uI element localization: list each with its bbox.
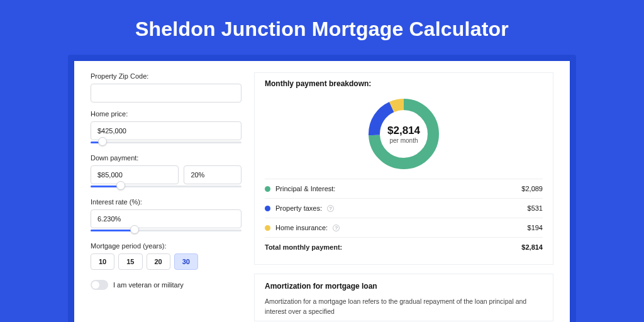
- down-pct-input[interactable]: [184, 165, 242, 184]
- veteran-toggle[interactable]: [91, 280, 108, 290]
- help-icon[interactable]: ?: [333, 225, 340, 231]
- legend-total-label: Total monthly payment:: [265, 243, 342, 251]
- down-amount-input[interactable]: [91, 165, 179, 184]
- donut-subtext: per month: [389, 137, 418, 144]
- period-option[interactable]: 15: [118, 253, 142, 270]
- legend-row-principal: Principal & Interest: $2,089: [265, 179, 543, 199]
- legend: Principal & Interest: $2,089 Property ta…: [265, 179, 543, 257]
- zip-group: Property Zip Code:: [91, 72, 242, 103]
- slider-thumb[interactable]: [98, 137, 107, 146]
- zip-input[interactable]: [91, 84, 242, 103]
- rate-group: Interest rate (%):: [91, 198, 242, 235]
- rate-label: Interest rate (%):: [91, 198, 242, 206]
- breakdown-title: Monthly payment breakdown:: [265, 79, 543, 88]
- help-icon[interactable]: ?: [327, 205, 334, 212]
- toggle-knob: [92, 281, 99, 289]
- legend-total-value: $2,814: [521, 243, 543, 251]
- down-group: Down payment:: [91, 154, 242, 191]
- slider-track: [91, 142, 242, 143]
- price-input[interactable]: [91, 121, 242, 140]
- period-label: Mortgage period (years):: [91, 242, 242, 250]
- rate-input[interactable]: [91, 209, 242, 228]
- price-slider[interactable]: [91, 139, 242, 147]
- legend-row-taxes: Property taxes: ? $531: [265, 199, 543, 218]
- legend-value: $194: [528, 224, 543, 231]
- down-label: Down payment:: [91, 154, 242, 162]
- slider-thumb[interactable]: [130, 225, 139, 234]
- donut-chart-wrap: $2,814 per month: [265, 92, 543, 179]
- down-slider[interactable]: [91, 183, 242, 191]
- breakdown-column: Monthly payment breakdown: $2,814 per mo…: [254, 72, 553, 322]
- legend-label: Home insurance:: [275, 224, 328, 231]
- calculator-shadow: Property Zip Code: Home price: Down paym…: [68, 55, 576, 322]
- breakdown-card: Monthly payment breakdown: $2,814 per mo…: [254, 72, 553, 265]
- legend-row-insurance: Home insurance: ? $194: [265, 218, 543, 238]
- amortization-title: Amortization for mortgage loan: [265, 282, 543, 291]
- legend-row-total: Total monthly payment: $2,814: [265, 238, 543, 257]
- legend-label: Principal & Interest:: [275, 185, 335, 192]
- dot-icon: [265, 225, 270, 231]
- price-group: Home price:: [91, 110, 242, 147]
- period-option[interactable]: 10: [91, 253, 114, 270]
- period-group: Mortgage period (years): 10 15 20 30: [91, 242, 242, 270]
- period-options: 10 15 20 30: [91, 253, 242, 270]
- dot-icon: [265, 186, 270, 192]
- donut-amount: $2,814: [387, 125, 420, 137]
- legend-value: $531: [528, 204, 543, 212]
- rate-slider[interactable]: [91, 227, 242, 235]
- legend-label: Property taxes:: [275, 204, 322, 212]
- slider-thumb[interactable]: [116, 181, 125, 190]
- amortization-body: Amortization for a mortgage loan refers …: [265, 297, 543, 317]
- legend-value: $2,089: [521, 185, 543, 192]
- page-title: Sheldon Junction Mortgage Calculator: [0, 0, 644, 55]
- slider-fill: [91, 230, 135, 231]
- period-option[interactable]: 20: [147, 253, 170, 270]
- amortization-card: Amortization for mortgage loan Amortizat…: [254, 274, 553, 321]
- period-option-selected[interactable]: 30: [174, 253, 198, 270]
- donut-center: $2,814 per month: [365, 96, 442, 172]
- donut-chart: $2,814 per month: [365, 96, 442, 172]
- dot-icon: [265, 206, 270, 211]
- veteran-row: I am veteran or military: [91, 280, 242, 290]
- price-label: Home price:: [91, 110, 242, 118]
- calculator-card: Property Zip Code: Home price: Down paym…: [74, 61, 570, 322]
- veteran-label: I am veteran or military: [113, 281, 184, 289]
- form-column: Property Zip Code: Home price: Down paym…: [91, 72, 242, 322]
- zip-label: Property Zip Code:: [91, 72, 242, 80]
